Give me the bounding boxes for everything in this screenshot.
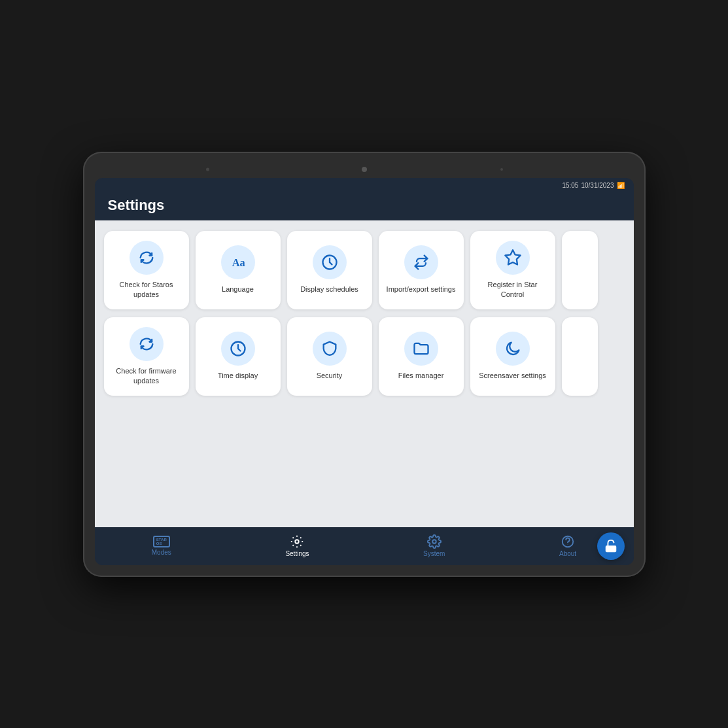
card-display-schedules[interactable]: Display schedules [287, 231, 372, 309]
time-display-label: Time display [218, 371, 258, 380]
import-export-label: Import/export settings [387, 285, 456, 294]
refresh-cloud-icon [137, 335, 156, 353]
card-security[interactable]: Security [287, 317, 372, 396]
files-manager-label: Files manager [398, 371, 444, 380]
tablet-top-bar [95, 164, 634, 175]
nav-settings-label: Settings [285, 550, 309, 557]
language-icon-circle: Aa [221, 245, 255, 279]
security-icon-circle [313, 332, 347, 366]
check-staros-label: Check for Staros updates [109, 280, 184, 299]
nav-system[interactable]: System [413, 532, 455, 560]
tablet-device: 15:05 10/31/2023 📶 Settings [83, 152, 646, 577]
card-register-star[interactable]: Register in Star Control [470, 231, 555, 309]
import-export-icon-circle [404, 245, 438, 279]
clock-icon [229, 339, 247, 358]
svg-text:Aa: Aa [232, 256, 245, 269]
nav-about-label: About [559, 550, 576, 557]
svg-point-6 [568, 544, 568, 545]
status-time: 15:05 10/31/2023 📶 [562, 182, 624, 189]
card-screensaver[interactable]: Screensaver settings [470, 317, 555, 396]
text-icon: Aa [229, 253, 247, 271]
mic-dot [500, 168, 503, 171]
star-icon [504, 249, 522, 267]
circle-question-icon [561, 534, 575, 549]
settings-row-1: Check for Staros updates Aa Language [104, 231, 625, 309]
svg-point-4 [432, 540, 436, 544]
display-schedules-icon-circle [313, 245, 347, 279]
card-silent-partial [562, 231, 598, 309]
card-files-manager[interactable]: Files manager [379, 317, 464, 396]
moon-icon [504, 339, 522, 358]
time-display-label: 15:05 [562, 182, 578, 189]
shield-icon [321, 339, 339, 358]
check-staros-icon-circle [130, 241, 164, 275]
card-check-firmware[interactable]: Check for firmware updates [104, 317, 189, 396]
files-manager-icon-circle [404, 332, 438, 366]
arrows-icon [412, 253, 430, 271]
folder-icon [412, 339, 430, 358]
nav-about[interactable]: About [549, 532, 587, 560]
screensaver-icon-circle [496, 332, 530, 366]
card-language[interactable]: Aa Language [196, 231, 281, 309]
register-star-icon-circle [496, 241, 530, 275]
language-label: Language [222, 285, 254, 294]
card-time-display[interactable]: Time display [196, 317, 281, 396]
screensaver-label: Screensaver settings [479, 371, 546, 380]
date-display-label: 10/31/2023 [581, 182, 614, 189]
nav-modes[interactable]: STAROS Modes [141, 533, 182, 559]
tablet-screen: 15:05 10/31/2023 📶 Settings [95, 178, 634, 565]
camera [362, 167, 367, 172]
refresh-icon [137, 249, 156, 267]
time-display-icon-circle [221, 332, 255, 366]
status-bar: 15:05 10/31/2023 📶 [95, 178, 634, 192]
svg-rect-7 [605, 546, 616, 552]
nav-system-label: System [423, 550, 445, 557]
nav-modes-label: Modes [152, 549, 171, 556]
page-title: Settings [95, 192, 634, 220]
gear-system-icon [427, 534, 442, 549]
check-firmware-icon-circle [130, 327, 164, 361]
modes-icon: STAROS [153, 536, 170, 547]
check-firmware-label: Check for firmware updates [109, 366, 184, 385]
settings-content: Check for Staros updates Aa Language [95, 220, 634, 527]
card-advanced-partial [562, 317, 598, 396]
bottom-navigation: STAROS Modes Settings System [95, 527, 634, 565]
security-label: Security [317, 371, 343, 380]
settings-row-2: Check for firmware updates Time display [104, 317, 625, 396]
display-schedules-label: Display schedules [300, 285, 358, 294]
camera-dot-left [206, 167, 209, 171]
lock-open-icon [604, 539, 618, 553]
gear-settings-icon [290, 534, 304, 549]
svg-point-3 [296, 540, 300, 544]
card-check-staros[interactable]: Check for Staros updates [104, 231, 189, 309]
nav-settings[interactable]: Settings [275, 532, 319, 560]
register-star-label: Register in Star Control [476, 280, 550, 299]
card-import-export[interactable]: Import/export settings [379, 231, 464, 309]
clock-schedule-icon [321, 253, 339, 271]
lock-button[interactable] [597, 532, 625, 560]
wifi-icon: 📶 [617, 182, 625, 189]
